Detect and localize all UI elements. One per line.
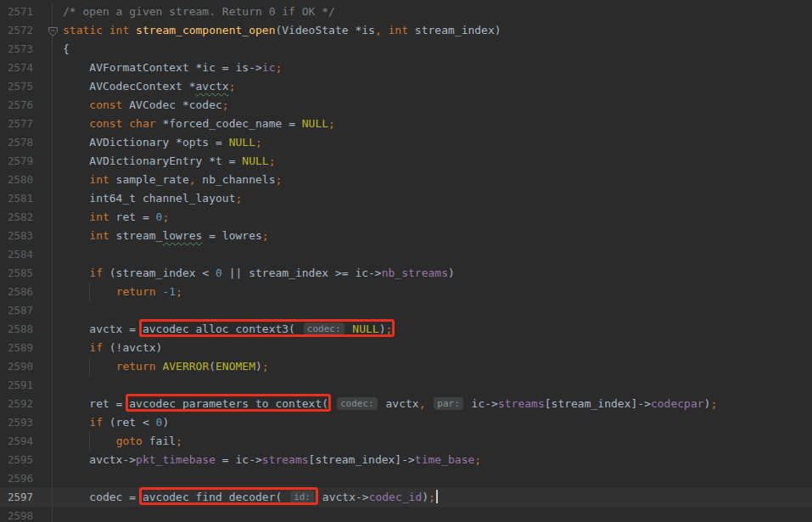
code-line[interactable]: 2592 ret = avcodec_parameters_to_context… [0,395,812,413]
line-number[interactable]: 2586 [0,283,53,301]
code-text: { [53,40,812,59]
fold-marker-icon[interactable] [48,25,59,36]
code-line[interactable]: 2581 int64_t channel_layout; [0,189,812,208]
code-line[interactable]: 2588 avctx = avcodec_alloc_context3( cod… [0,320,812,339]
code-text: int64_t channel_layout; [53,189,812,208]
line-number[interactable]: 2598 [0,507,53,522]
line-number[interactable]: 2580 [0,171,53,189]
code-token: ) [422,491,428,503]
code-line[interactable]: 2579 AVDictionaryEntry *t = NULL; [0,152,812,171]
code-line[interactable]: 2575 AVCodecContext *avctx; [0,77,812,96]
code-text: /* open a given stream. Return 0 if OK *… [53,3,812,21]
line-number[interactable]: 2597 [0,488,53,507]
code-line[interactable]: 2572static int stream_component_open(Vid… [0,21,812,40]
line-number[interactable]: 2571 [0,3,53,21]
code-token: avctx = [63,323,143,335]
code-token: AVFormatContext *ic = is-> [63,61,262,74]
code-line[interactable]: 2577 const char *forced_codec_name = NUL… [0,115,812,133]
line-number[interactable]: 2587 [0,301,53,320]
line-number[interactable]: 2589 [0,339,53,357]
code-text: static int stream_component_open(VideoSt… [53,21,812,40]
code-token: avctx [379,397,419,410]
line-number[interactable]: 2577 [0,115,53,133]
code-line[interactable]: 2580 int sample_rate, nb_channels; [0,171,812,189]
code-token: NULL [229,136,255,149]
code-token: = lowres [202,229,261,242]
code-token [425,397,432,410]
code-token: ; [385,323,392,335]
line-number[interactable]: 2576 [0,96,53,115]
code-token: avcodec_parameters_to_context( [129,397,328,410]
code-token: (ret < [103,416,156,429]
code-line[interactable]: 2583 int stream_lowres = lowres; [0,227,812,245]
line-number[interactable]: 2579 [0,152,53,171]
code-line[interactable]: 2571/* open a given stream. Return 0 if … [0,3,812,21]
code-token: codecpar [651,397,704,410]
code-line[interactable]: 2582 int ret = 0; [0,208,812,227]
line-number[interactable]: 2592 [0,395,53,413]
code-token: streams [262,453,309,466]
code-token: ; [222,98,229,111]
code-text: AVCodecContext *avctx; [53,77,812,96]
inlay-hint: codec: [337,397,378,410]
line-number[interactable]: 2594 [0,432,53,451]
code-token: AVDictionaryEntry *t = [63,154,242,167]
code-line[interactable]: 2586 return -1; [0,283,812,301]
code-token: NULL [302,117,328,130]
code-text [53,469,812,488]
line-number[interactable]: 2573 [0,40,53,59]
code-line[interactable]: 2576 const AVCodec *codec; [0,96,812,115]
code-line[interactable]: 2587 [0,301,812,320]
code-line[interactable]: 2578 AVDictionary *opts = NULL; [0,133,812,152]
text-caret [436,490,438,503]
code-line[interactable]: 2596 [0,469,812,488]
line-number[interactable]: 2585 [0,264,53,283]
line-number[interactable]: 2578 [0,133,53,152]
code-token: time_base [415,453,474,466]
line-number[interactable]: 2574 [0,59,53,77]
line-number[interactable]: 2595 [0,451,53,469]
line-number[interactable]: 2575 [0,77,53,96]
code-token: ) [162,416,169,429]
code-token: avctx [196,80,229,93]
code-token [63,341,89,354]
indent-guide [89,432,90,451]
code-line[interactable]: 2593 if (ret < 0) [0,413,812,432]
code-text: const char *forced_codec_name = NULL; [53,115,812,133]
code-line[interactable]: 2598 [0,507,812,522]
line-number[interactable]: 2590 [0,357,53,376]
code-token: nb_streams [382,267,448,279]
code-token: fail [143,435,176,447]
code-line[interactable]: 2594 goto fail; [0,432,812,451]
code-line[interactable]: 2574 AVFormatContext *ic = is->ic; [0,59,812,77]
code-line[interactable]: 2595 avctx->pkt_timebase = ic->streams[s… [0,451,812,469]
code-line[interactable]: 2573{ [0,40,812,59]
line-number[interactable]: 2572 [0,21,53,40]
code-line[interactable]: 2585 if (stream_index < 0 || stream_inde… [0,264,812,283]
line-number[interactable]: 2582 [0,208,53,227]
code-token [63,98,89,111]
line-number[interactable]: 2591 [0,376,53,395]
code-token: ; [262,229,269,242]
code-text [53,507,812,522]
code-token: ; [262,360,269,373]
inlay-hint: par: [434,397,463,410]
code-line[interactable]: 2584 [0,245,812,264]
code-token [63,267,89,279]
code-text: const AVCodec *codec; [53,96,812,115]
code-line[interactable]: 2591 [0,376,812,395]
code-line[interactable]: 2589 if (!avctx) [0,339,812,357]
code-text [53,301,812,320]
line-number[interactable]: 2583 [0,227,53,245]
code-line-current[interactable]: 2597 codec = avcodec_find_decoder( id: a… [0,488,812,507]
line-number[interactable]: 2593 [0,413,53,432]
code-token: goto [116,435,143,447]
code-token: -1 [162,285,176,298]
line-number[interactable]: 2596 [0,469,53,488]
code-token: ; [269,154,276,167]
code-token [63,229,89,242]
line-number[interactable]: 2588 [0,320,53,339]
line-number[interactable]: 2581 [0,189,53,208]
line-number[interactable]: 2584 [0,245,53,264]
code-line[interactable]: 2590 return AVERROR(ENOMEM); [0,357,812,376]
